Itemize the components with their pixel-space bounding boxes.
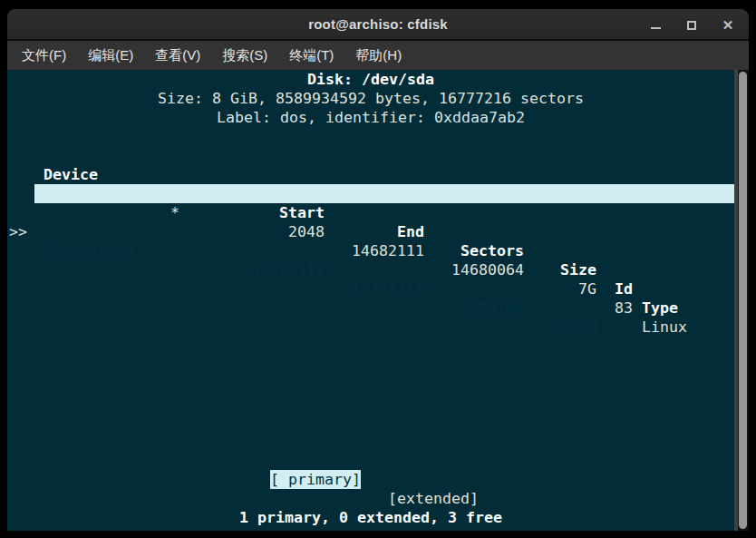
- header-type: Type: [642, 298, 678, 318]
- primary-button[interactable]: [ primary]: [270, 470, 361, 489]
- disk-label-line: Label: dos, identifier: 0xddaa7ab2: [7, 108, 734, 127]
- scrollbar: [734, 70, 749, 531]
- row-end: 16777215: [334, 279, 424, 298]
- close-button[interactable]: ✕: [716, 14, 740, 37]
- terminal-window: root@archiso: cfdisk ✕ 文件(F) 编辑(E) 查看(V)…: [7, 9, 749, 531]
- menu-item-edit[interactable]: 编辑(E): [77, 43, 144, 69]
- minimize-button[interactable]: [644, 14, 667, 37]
- titlebar: root@archiso: cfdisk ✕: [7, 9, 749, 41]
- window-title: root@archiso: cfdisk: [308, 16, 448, 32]
- row-end: 14682111: [334, 241, 424, 260]
- table-row[interactable]: /dev/sda1 * 2048 14682111 14680064 7G 83…: [7, 165, 734, 184]
- menu-item-search[interactable]: 搜索(S): [211, 43, 278, 69]
- cfdisk-menu: [ primary] [extended]: [7, 451, 734, 470]
- row-sectors: 14680064: [433, 260, 524, 279]
- row-device: Free space: [44, 241, 134, 260]
- cursor-pointer: >>: [9, 222, 27, 241]
- extended-button[interactable]: [extended]: [388, 489, 479, 508]
- minimize-icon: [651, 27, 661, 29]
- status-line: 1 primary, 0 extended, 3 free: [7, 508, 734, 527]
- selection-highlight: [34, 184, 734, 203]
- row-start: 14682112: [234, 260, 325, 279]
- scrollbar-thumb[interactable]: [739, 72, 747, 529]
- close-icon: ✕: [722, 18, 734, 32]
- table-header-row: Device Boot Start End Sectors Size Id Ty…: [7, 146, 734, 165]
- menu-item-help[interactable]: 帮助(H): [344, 43, 412, 69]
- disk-title: Disk: /dev/sda: [7, 70, 734, 89]
- terminal-screen: Disk: /dev/sda Size: 8 GiB, 8589934592 b…: [7, 70, 749, 531]
- row-type: Linux: [642, 318, 687, 337]
- row-id: 83: [615, 298, 633, 318]
- header-end: End: [334, 222, 424, 241]
- window-controls: ✕: [644, 9, 740, 41]
- header-start: Start: [234, 203, 325, 222]
- menu-item-file[interactable]: 文件(F): [11, 43, 77, 69]
- row-size: 1023M: [524, 318, 596, 337]
- menu-item-terminal[interactable]: 终端(T): [278, 43, 344, 69]
- row-size: 7G: [524, 279, 596, 298]
- disk-size-line: Size: 8 GiB, 8589934592 bytes, 16777216 …: [7, 89, 734, 108]
- header-size: Size: [524, 260, 596, 279]
- maximize-button[interactable]: [680, 14, 703, 37]
- row-sectors: 2095104: [433, 298, 524, 318]
- menubar: 文件(F) 编辑(E) 查看(V) 搜索(S) 终端(T) 帮助(H): [7, 41, 749, 70]
- row-start: 2048: [234, 222, 325, 241]
- menu-item-view[interactable]: 查看(V): [144, 43, 211, 69]
- header-sectors: Sectors: [433, 241, 524, 260]
- row-boot: *: [170, 203, 179, 222]
- header-id: Id: [615, 279, 633, 298]
- maximize-icon: [687, 21, 696, 30]
- table-row-selected[interactable]: >> Free space 14682112 16777215 2095104 …: [7, 184, 734, 203]
